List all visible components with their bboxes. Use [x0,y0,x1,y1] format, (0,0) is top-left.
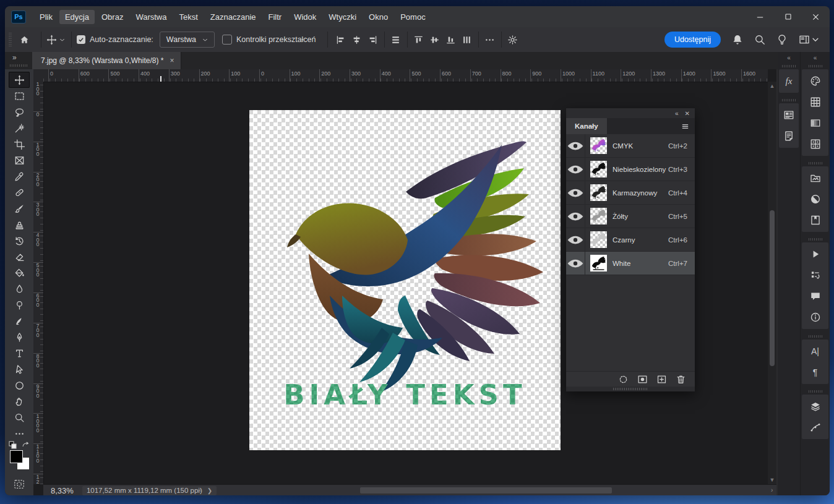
panel-libraries[interactable] [802,168,828,189]
scroll-right-icon[interactable]: › [771,487,773,494]
path-select-tool[interactable] [9,361,30,377]
panel-menu-icon[interactable] [681,118,695,134]
blur-tool[interactable] [9,281,30,297]
smudge-tool[interactable] [9,313,30,329]
horizontal-scrollbar-thumb[interactable] [360,487,612,493]
pen-tool[interactable] [9,329,30,345]
maximize-button[interactable] [774,6,802,27]
align-center-h-button[interactable] [349,32,365,48]
panel-gradients[interactable] [802,113,828,134]
move-tool[interactable] [9,72,30,88]
more-tools-tool[interactable] [9,425,30,442]
channel-row-white[interactable]: WhiteCtrl+7 [566,252,695,275]
collapse-dock-icon[interactable]: « [778,52,800,63]
delete-channel-button[interactable] [676,374,686,385]
scroll-down-icon[interactable]: ▼ [768,477,776,483]
notifications-bell-icon[interactable] [732,34,743,45]
home-icon[interactable] [19,35,30,45]
panel-adjustments[interactable] [802,189,828,210]
panel-color-palette[interactable] [802,70,828,92]
close-button[interactable] [802,6,830,27]
panel-swatches-grid[interactable] [802,92,828,113]
screen-mode-button[interactable] [9,490,30,495]
visibility-eye-icon[interactable] [566,158,585,181]
panel-bookmark[interactable] [802,210,828,231]
align-bottom-button[interactable] [443,32,459,48]
eyedropper-tool[interactable] [9,168,30,184]
visibility-eye-icon[interactable] [566,228,585,251]
workspace-switcher-icon[interactable] [799,34,821,45]
panel-layers[interactable] [802,396,828,417]
panel-info[interactable] [802,307,828,328]
tab-channels[interactable]: Kanały [566,118,607,134]
search-icon[interactable] [754,34,765,45]
menu-plik[interactable]: Plik [34,10,58,24]
save-mask-button[interactable] [637,374,648,385]
panel-paragraph[interactable]: ¶ [802,362,828,383]
more-options-button[interactable] [482,32,498,48]
menu-warstwa[interactable]: Warstwa [130,10,172,24]
align-top-button[interactable] [411,32,427,48]
distribute-h-button[interactable] [388,32,404,48]
eraser-tool[interactable] [9,249,30,265]
clone-stamp-tool[interactable] [9,216,30,233]
scroll-up-icon[interactable]: ▲ [768,83,776,89]
lasso-tool[interactable] [9,104,30,120]
panel-patterns[interactable] [802,134,828,155]
panel-actions-play[interactable] [802,244,828,265]
menu-zaznaczanie[interactable]: Zaznaczanie [205,10,262,24]
menu-widok[interactable]: Widok [288,10,322,24]
document-tab[interactable]: 7.jpg @ 8,33% (Warstwa 0,White/8) * × [32,52,181,69]
frame-tool[interactable] [9,152,30,168]
collapse-panel-icon[interactable]: « [675,110,679,117]
align-middle-v-button[interactable] [427,32,443,48]
visibility-eye-icon[interactable] [566,205,585,228]
visibility-eye-icon[interactable] [566,134,585,157]
crop-tool[interactable] [9,136,30,152]
share-button[interactable]: Udostępnij [664,32,721,48]
panel-notes[interactable] [779,126,799,147]
new-channel-button[interactable] [656,374,667,385]
channel-row-cmyk[interactable]: CMYKCtrl+2 [566,134,695,158]
default-swap-colors[interactable] [8,440,30,450]
expand-panels-chevrons[interactable]: » [12,53,16,62]
foreground-background-swatches[interactable] [10,450,31,471]
align-left-button[interactable] [333,32,349,48]
menu-edycja[interactable]: Edycja [59,10,95,24]
foreground-color-swatch[interactable] [10,450,23,463]
discover-lightbulb-icon[interactable] [776,34,788,45]
panel-history[interactable] [802,265,828,286]
status-chevron-icon[interactable]: ❯ [207,487,212,494]
zoom-level-field[interactable]: 8,33% [51,486,74,495]
channel-row-karmazynowy[interactable]: KarmazynowyCtrl+4 [566,181,695,205]
gear-button[interactable] [505,32,521,48]
hand-tool[interactable] [9,393,30,409]
channel-row-niebieskozielony[interactable]: NiebieskozielonyCtrl+3 [566,158,695,181]
panel-resize-grip[interactable] [566,387,695,391]
menu-okno[interactable]: Okno [363,10,393,24]
scroll-left-icon[interactable]: ‹ [199,487,201,494]
type-tool[interactable] [9,345,30,361]
zoom-tool[interactable] [9,409,30,425]
menu-pomoc[interactable]: Pomoc [395,10,431,24]
visibility-eye-icon[interactable] [566,252,585,275]
menu-wtyczki[interactable]: Wtyczki [323,10,362,24]
auto-select-target-dropdown[interactable]: Warstwa [160,32,215,48]
menu-obraz[interactable]: Obraz [96,10,129,24]
ruler-origin-corner[interactable] [33,69,44,82]
panel-paths[interactable] [802,417,828,438]
close-tab-icon[interactable]: × [170,56,174,65]
magic-wand-tool[interactable] [9,120,30,136]
panel-comment[interactable] [802,286,828,307]
channel-row-żółty[interactable]: ŻółtyCtrl+5 [566,205,695,228]
load-selection-button[interactable] [618,374,629,385]
panel-layout-panel[interactable] [779,105,799,126]
panel-fx[interactable]: fx [779,70,799,92]
dodge-tool[interactable] [9,297,30,313]
collapse-dock-icon[interactable]: « [801,52,830,63]
visibility-eye-icon[interactable] [566,181,585,204]
vertical-scrollbar[interactable]: ▲ ▼ [768,82,776,484]
minimize-button[interactable] [746,6,774,27]
channel-row-czarny[interactable]: CzarnyCtrl+6 [566,228,695,252]
healing-brush-tool[interactable] [9,184,30,200]
